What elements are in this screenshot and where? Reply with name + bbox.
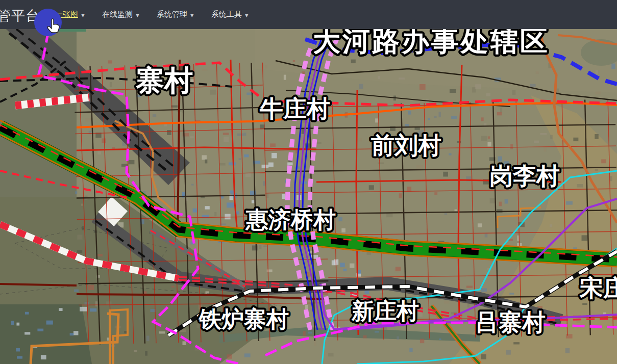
village-label: 吕寨村 xyxy=(475,308,546,336)
village-label: 岗李村 xyxy=(489,162,560,190)
village-label: 前刘村 xyxy=(371,132,441,159)
village-label: 寨村 xyxy=(135,64,193,97)
top-navbar: 管平台 一张图 ▼ 在线监测 ▼ 系统管理 ▼ 系统工具 ▼ xyxy=(0,0,617,29)
region-label: 大河路办事处辖区 xyxy=(313,29,550,57)
chevron-down-icon: ▼ xyxy=(190,13,194,18)
menu-item-online-monitor[interactable]: 在线监测 ▼ xyxy=(102,10,139,19)
village-label: 惠济桥村 xyxy=(245,206,336,232)
village-label: 牛庄村 xyxy=(259,95,330,122)
menu-item-system-admin[interactable]: 系统管理 ▼ xyxy=(157,10,194,19)
map-canvas[interactable]: 大河路办事处辖区 寨村 牛庄村 前刘村 岗李村 惠济桥村 铁炉寨村 新庄村 吕寨… xyxy=(0,29,617,364)
main-menu: 一张图 ▼ 在线监测 ▼ 系统管理 ▼ 系统工具 ▼ xyxy=(55,0,249,29)
planning-map: 大河路办事处辖区 寨村 牛庄村 前刘村 岗李村 惠济桥村 铁炉寨村 新庄村 吕寨… xyxy=(0,29,617,364)
chevron-down-icon: ▼ xyxy=(245,13,249,18)
village-label: 新庄村 xyxy=(351,298,419,324)
hand-cursor-icon xyxy=(47,18,60,34)
village-label: 宋庄 xyxy=(579,274,617,302)
menu-item-system-tools[interactable]: 系统工具 ▼ xyxy=(211,10,249,19)
village-label: 铁炉寨村 xyxy=(198,306,289,332)
chevron-down-icon: ▼ xyxy=(81,13,85,18)
chevron-down-icon: ▼ xyxy=(136,13,139,18)
